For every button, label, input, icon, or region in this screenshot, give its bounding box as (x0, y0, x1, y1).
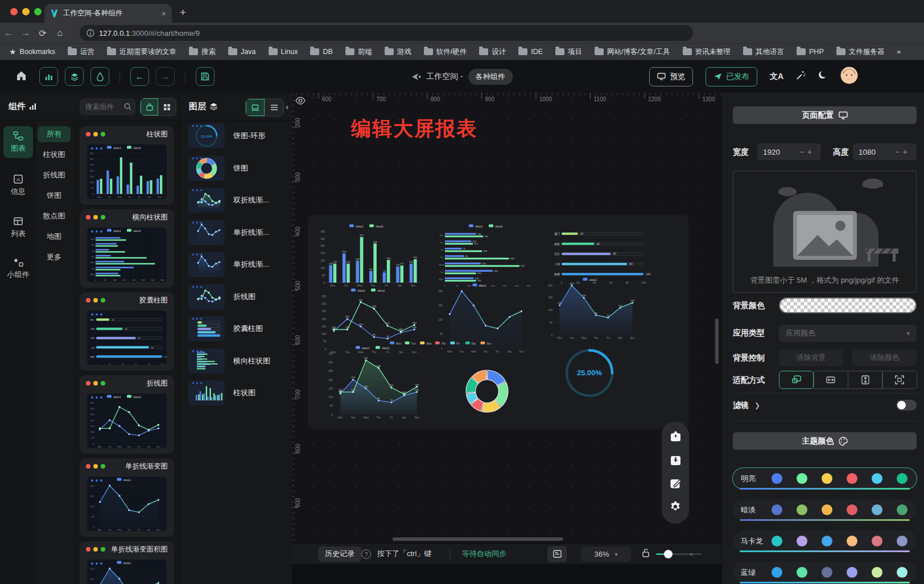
settings-gear-icon[interactable] (669, 500, 682, 515)
sidebar-item-小组件[interactable]: 小组件 (3, 252, 33, 284)
back-icon[interactable]: ← (0, 28, 17, 38)
site-info-icon[interactable] (86, 29, 94, 37)
collapse-panel-icon[interactable]: ‹ (286, 102, 288, 111)
preview-chart-ring[interactable]: 25.00% (563, 346, 616, 400)
filter-toggle[interactable] (896, 400, 917, 411)
width-stepper[interactable]: 1920−+ (757, 143, 821, 160)
layer-list-view-toggle[interactable] (265, 99, 283, 116)
theme-color-header[interactable]: 主题颜色 (733, 432, 917, 450)
component-card-capsule[interactable]: 胶囊柱图厦门20南阳40北京60上海80新疆100020406080100 (80, 292, 174, 371)
bg-color-swatch[interactable] (779, 297, 917, 313)
background-upload-area[interactable]: 背景图需小于 5M ，格式为 png/jpg/gif 的文件 (733, 171, 917, 293)
forward-icon[interactable]: → (17, 28, 34, 38)
dark-mode-moon-icon[interactable] (818, 71, 828, 82)
app-home-icon[interactable] (16, 71, 27, 83)
align-panel-button[interactable] (547, 546, 567, 562)
bookmark-item[interactable]: 资讯未整理 (683, 47, 731, 57)
fit-option-0[interactable] (779, 371, 814, 389)
category-饼图[interactable]: 饼图 (38, 188, 71, 204)
save-button[interactable] (196, 67, 214, 86)
bookmark-item[interactable]: IDE (518, 48, 543, 56)
canvas-horizontal-scrollbar[interactable] (393, 537, 563, 541)
layer-item-横向柱状图[interactable]: 横向柱状图 (188, 349, 270, 374)
single-view-toggle[interactable] (141, 98, 158, 115)
sidebar-item-图表[interactable]: 图表 (3, 126, 33, 158)
layer-item-双折线渐...[interactable]: 双折线渐... (188, 188, 269, 213)
category-柱状图[interactable]: 柱状图 (38, 147, 71, 163)
theme-row-蓝绿[interactable]: 蓝绿 (733, 562, 917, 583)
bookmark-item[interactable]: Linux (269, 48, 298, 56)
bookmark-item[interactable]: 软件/硬件 (424, 47, 467, 57)
layer-item-饼图-环形[interactable]: 25.00%饼图-环形 (188, 123, 265, 148)
preview-chart-lineAreaSingle[interactable]: data10501001502001202001508070110130MonT… (544, 276, 642, 341)
category-折线图[interactable]: 折线图 (38, 167, 71, 183)
category-更多[interactable]: 更多 (38, 249, 71, 265)
zoom-select[interactable]: 36%▾ (581, 546, 631, 562)
fit-option-3[interactable] (882, 371, 917, 389)
edit-icon[interactable] (669, 477, 682, 492)
layer-item-饼图[interactable]: 饼图 (188, 156, 248, 181)
url-bar[interactable]: 127.0.0.1:3000/#/chart/home/9 (80, 25, 693, 41)
browser-tab[interactable]: 工作空间-各种组件 × (44, 4, 172, 23)
bookmark-item[interactable]: 游戏 (385, 47, 411, 57)
magic-wand-icon[interactable] (796, 71, 806, 82)
theme-row-马卡龙[interactable]: 马卡龙 (733, 531, 917, 552)
height-stepper[interactable]: 1080−+ (853, 143, 917, 160)
layer-item-单折线渐...[interactable]: 单折线渐... (188, 252, 269, 277)
bookmark-item[interactable]: 近期需要读的文章 (107, 47, 176, 57)
fit-option-2[interactable] (848, 371, 882, 389)
bookmark-item[interactable]: 设计 (479, 47, 506, 57)
new-tab-button[interactable]: + (180, 7, 186, 18)
filter-droplet-button[interactable] (90, 67, 109, 86)
bookmark-item[interactable]: 前端 (345, 47, 372, 57)
zoom-slider-knob[interactable] (664, 550, 673, 558)
reload-icon[interactable]: ⟳ (34, 28, 51, 39)
bookmark-item[interactable]: 运营 (68, 47, 94, 57)
theme-row-明亮[interactable]: 明亮 (733, 468, 917, 489)
page-config-header[interactable]: 页面配置 (733, 106, 917, 124)
layers-mode-button[interactable] (65, 67, 84, 86)
workspace-name-pill[interactable]: 各种组件 (468, 69, 513, 85)
clear-background-button[interactable]: 清除背景 (779, 349, 843, 366)
layer-item-折线图[interactable]: 折线图 (188, 284, 255, 309)
component-card-lineSingle[interactable]: 单折线渐变图data1050100150200MonTueWedThuFriSa… (80, 458, 174, 537)
chart-mode-button[interactable] (39, 67, 58, 86)
preview-chart-bar[interactable]: data1data2050100150200250300350120200150… (316, 223, 422, 289)
preview-button[interactable]: 预览 (649, 67, 693, 86)
home-icon[interactable]: ⌂ (51, 28, 68, 38)
preview-chart-hbar[interactable]: data1data2050100150200250300350120200150… (434, 223, 543, 289)
window-zoom-button[interactable] (34, 8, 42, 15)
layer-item-柱状图[interactable]: 柱状图 (188, 380, 255, 405)
bookmark-item[interactable]: 其他语言 (743, 47, 784, 57)
component-card-lineDual[interactable]: 折线图data1data2050100150200250300350MonTue… (80, 375, 174, 454)
chevron-right-icon[interactable]: ❯ (754, 401, 760, 409)
guides-eye-icon[interactable] (295, 95, 306, 106)
publish-button[interactable]: 已发布 (706, 67, 757, 86)
bookmark-item[interactable]: 项目 (555, 47, 582, 57)
canvas-vertical-scrollbar[interactable] (715, 318, 719, 364)
import-icon[interactable] (669, 454, 682, 469)
preview-chart-donut[interactable]: MonTueWedThuFriSatSun (352, 340, 533, 426)
app-type-select[interactable]: 应用颜色▾ (779, 325, 917, 342)
bookmark-item[interactable]: 网站/博客/文章/工具 (595, 47, 670, 57)
export-icon[interactable] (669, 430, 682, 445)
category-散点图[interactable]: 散点图 (38, 208, 71, 224)
bookmark-item[interactable]: 文件服务器 (836, 47, 885, 57)
sidebar-item-信息[interactable]: A信息 (3, 169, 33, 201)
big-screen-title-text[interactable]: 编辑大屏报表 (351, 115, 477, 142)
layer-item-胶囊柱图[interactable]: 胶囊柱图 (188, 316, 263, 341)
component-card-bar[interactable]: 柱状图data1data2050100150200250300350MonTue… (80, 126, 174, 205)
translate-icon[interactable]: 文A (770, 72, 783, 82)
category-地图[interactable]: 地图 (38, 229, 71, 245)
grid-view-toggle[interactable] (158, 98, 176, 115)
bookmarks-root[interactable]: ★Bookmarks (9, 47, 55, 56)
category-所有[interactable]: 所有 (38, 126, 71, 142)
sidebar-item-列表[interactable]: 列表 (3, 212, 33, 243)
editor-canvas[interactable]: 6007008009001000110012001300200300400500… (292, 93, 721, 543)
history-button[interactable]: 历史记录 (318, 546, 361, 562)
lock-icon[interactable] (642, 548, 650, 560)
window-close-button[interactable] (10, 8, 18, 15)
bookmark-item[interactable]: PHP (797, 48, 824, 56)
fit-option-1[interactable] (814, 371, 848, 389)
redo-button[interactable]: → (156, 67, 175, 86)
